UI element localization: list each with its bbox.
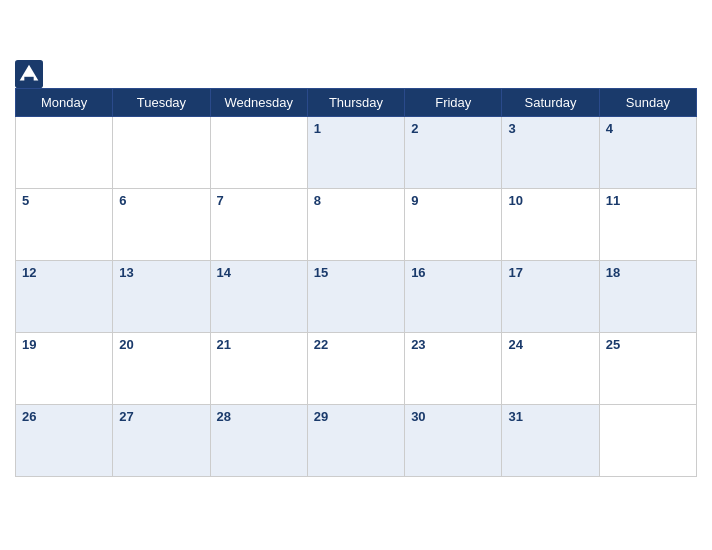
day-number: 8: [314, 193, 321, 208]
calendar-cell: 10: [502, 189, 599, 261]
day-number: 6: [119, 193, 126, 208]
day-number: 27: [119, 409, 133, 424]
calendar-table: MondayTuesdayWednesdayThursdayFridaySatu…: [15, 88, 697, 477]
day-number: 10: [508, 193, 522, 208]
calendar-cell: 11: [599, 189, 696, 261]
day-number: 7: [217, 193, 224, 208]
week-row-3: 12131415161718: [16, 261, 697, 333]
calendar-cell: 30: [405, 405, 502, 477]
weekday-header-row: MondayTuesdayWednesdayThursdayFridaySatu…: [16, 89, 697, 117]
calendar-cell: 22: [307, 333, 404, 405]
calendar-cell: 1: [307, 117, 404, 189]
day-number: 22: [314, 337, 328, 352]
day-number: 30: [411, 409, 425, 424]
day-number: 15: [314, 265, 328, 280]
calendar-cell: 12: [16, 261, 113, 333]
day-number: 13: [119, 265, 133, 280]
calendar-cell: 20: [113, 333, 210, 405]
calendar-cell: 16: [405, 261, 502, 333]
day-number: 26: [22, 409, 36, 424]
weekday-header-monday: Monday: [16, 89, 113, 117]
logo-area: [15, 60, 47, 88]
day-number: 28: [217, 409, 231, 424]
weekday-header-friday: Friday: [405, 89, 502, 117]
calendar-container: MondayTuesdayWednesdayThursdayFridaySatu…: [0, 58, 712, 492]
week-row-1: 1234: [16, 117, 697, 189]
weekday-header-thursday: Thursday: [307, 89, 404, 117]
calendar-cell: 19: [16, 333, 113, 405]
calendar-cell: 4: [599, 117, 696, 189]
calendar-cell: 24: [502, 333, 599, 405]
calendar-cell: 8: [307, 189, 404, 261]
day-number: 19: [22, 337, 36, 352]
calendar-cell: 5: [16, 189, 113, 261]
day-number: 20: [119, 337, 133, 352]
calendar-cell: 3: [502, 117, 599, 189]
calendar-cell: 31: [502, 405, 599, 477]
day-number: 25: [606, 337, 620, 352]
day-number: 16: [411, 265, 425, 280]
general-blue-logo-icon: [15, 60, 43, 88]
weekday-header-wednesday: Wednesday: [210, 89, 307, 117]
calendar-header: [15, 68, 697, 80]
day-number: 1: [314, 121, 321, 136]
calendar-cell: 21: [210, 333, 307, 405]
svg-rect-2: [24, 77, 33, 84]
weekday-header-saturday: Saturday: [502, 89, 599, 117]
calendar-cell: 14: [210, 261, 307, 333]
calendar-cell: 17: [502, 261, 599, 333]
calendar-cell: 29: [307, 405, 404, 477]
week-row-2: 567891011: [16, 189, 697, 261]
calendar-cell: 25: [599, 333, 696, 405]
day-number: 14: [217, 265, 231, 280]
day-number: 23: [411, 337, 425, 352]
day-number: 31: [508, 409, 522, 424]
day-number: 17: [508, 265, 522, 280]
weekday-header-tuesday: Tuesday: [113, 89, 210, 117]
calendar-cell: 28: [210, 405, 307, 477]
week-row-4: 19202122232425: [16, 333, 697, 405]
calendar-cell: 13: [113, 261, 210, 333]
calendar-cell: 6: [113, 189, 210, 261]
calendar-cell: 23: [405, 333, 502, 405]
calendar-cell: 18: [599, 261, 696, 333]
day-number: 4: [606, 121, 613, 136]
weekday-header-sunday: Sunday: [599, 89, 696, 117]
calendar-cell: 2: [405, 117, 502, 189]
day-number: 12: [22, 265, 36, 280]
calendar-cell: 7: [210, 189, 307, 261]
calendar-cell: [16, 117, 113, 189]
day-number: 29: [314, 409, 328, 424]
day-number: 21: [217, 337, 231, 352]
day-number: 24: [508, 337, 522, 352]
calendar-cell: [599, 405, 696, 477]
calendar-cell: [113, 117, 210, 189]
calendar-cell: 15: [307, 261, 404, 333]
calendar-cell: [210, 117, 307, 189]
calendar-cell: 27: [113, 405, 210, 477]
day-number: 11: [606, 193, 620, 208]
day-number: 3: [508, 121, 515, 136]
day-number: 9: [411, 193, 418, 208]
calendar-cell: 9: [405, 189, 502, 261]
week-row-5: 262728293031: [16, 405, 697, 477]
calendar-cell: 26: [16, 405, 113, 477]
day-number: 2: [411, 121, 418, 136]
day-number: 5: [22, 193, 29, 208]
day-number: 18: [606, 265, 620, 280]
